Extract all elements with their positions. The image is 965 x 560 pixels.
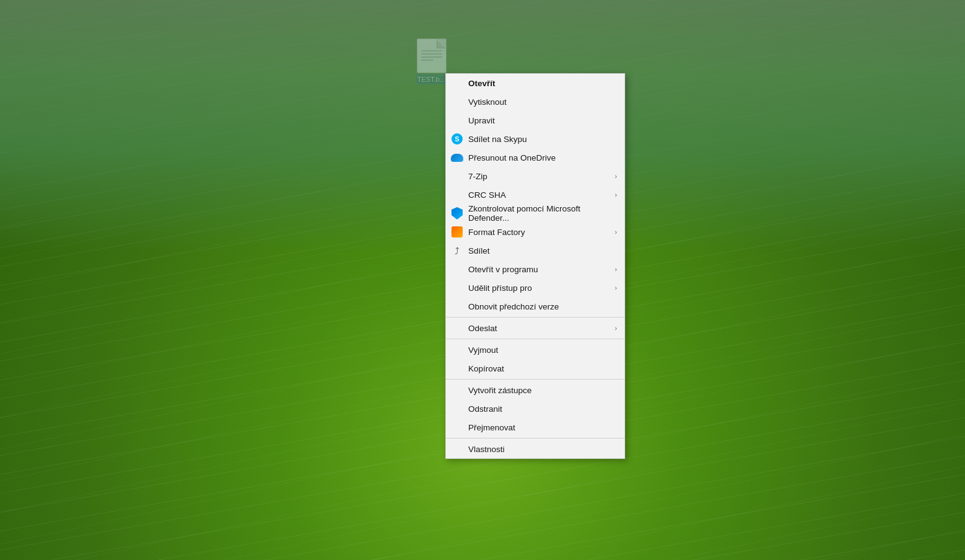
separator-4 [446,438,625,438]
menu-item-createshortcut[interactable]: Vytvořit zástupce [446,381,625,399]
menu-item-grantaccess[interactable]: Udělit přístup pro › [446,278,625,297]
menu-item-crcsha-label: CRC SHA [468,190,506,200]
menu-item-cut-label: Vyjmout [468,345,498,355]
menu-item-delete[interactable]: Odstranit [446,399,625,418]
menu-item-edit[interactable]: Upravit [446,111,625,130]
menu-item-openwith[interactable]: Otevřít v programu › [446,260,625,278]
submenu-arrow-sendto: › [615,324,617,332]
menu-item-sendto-label: Odeslat [468,324,497,333]
desktop: TEST.b... Otevřít Vytisknout Upravit S S… [0,0,965,560]
menu-item-open-label: Otevřít [468,79,496,88]
submenu-arrow-formatfactory: › [615,228,617,236]
desktop-icon-label: TEST.b... [416,74,447,84]
menu-item-7zip[interactable]: 7-Zip › [446,167,625,185]
file-icon-image [417,38,447,73]
submenu-arrow-grantaccess: › [615,284,617,291]
menu-item-share[interactable]: ⤴ Sdílet [446,241,625,260]
menu-item-print-label: Vytisknout [468,97,507,107]
menu-item-defender-label: Zkontrolovat pomocí Microsoft Defender..… [468,204,617,223]
menu-item-createshortcut-label: Vytvořit zástupce [468,386,531,395]
menu-item-rename[interactable]: Přejmenovat [446,418,625,437]
menu-item-onedrive-label: Přesunout na OneDrive [468,153,556,162]
menu-item-skype[interactable]: S Sdílet na Skypu [446,130,625,148]
menu-item-onedrive[interactable]: Přesunout na OneDrive [446,148,625,167]
context-menu: Otevřít Vytisknout Upravit S Sdílet na S… [445,73,625,459]
skype-icon: S [451,133,463,145]
menu-item-restore-label: Obnovit předchozí verze [468,302,559,311]
submenu-arrow-7zip: › [615,172,617,180]
menu-item-skype-label: Sdílet na Skypu [468,135,527,144]
menu-item-open[interactable]: Otevřít [446,74,625,92]
menu-item-formatfactory[interactable]: Format Factory › [446,223,625,241]
menu-item-formatfactory-label: Format Factory [468,228,525,237]
submenu-arrow-openwith: › [615,265,617,273]
menu-item-properties[interactable]: Vlastnosti [446,440,625,458]
menu-item-7zip-label: 7-Zip [468,172,487,181]
menu-item-grantaccess-label: Udělit přístup pro [468,283,532,293]
defender-icon [451,207,463,220]
menu-item-edit-label: Upravit [468,116,495,125]
menu-item-defender[interactable]: Zkontrolovat pomocí Microsoft Defender..… [446,204,625,223]
separator-1 [446,317,625,318]
menu-item-delete-label: Odstranit [468,404,502,414]
separator-2 [446,339,625,339]
menu-item-print[interactable]: Vytisknout [446,92,625,111]
formatfactory-icon [451,226,463,238]
menu-item-copy-label: Kopírovat [468,364,504,373]
menu-item-restore[interactable]: Obnovit předchozí verze [446,297,625,316]
separator-3 [446,379,625,380]
menu-item-sendto[interactable]: Odeslat › [446,319,625,337]
menu-item-cut[interactable]: Vyjmout [446,340,625,359]
menu-item-openwith-label: Otevřít v programu [468,265,538,274]
menu-item-copy[interactable]: Kopírovat [446,359,625,378]
menu-item-crcsha[interactable]: CRC SHA › [446,185,625,204]
share-icon: ⤴ [451,244,463,257]
menu-item-rename-label: Přejmenovat [468,423,515,432]
menu-item-share-label: Sdílet [468,246,490,256]
submenu-arrow-crcsha: › [615,191,617,198]
menu-item-properties-label: Vlastnosti [468,445,505,454]
onedrive-icon [451,151,463,164]
